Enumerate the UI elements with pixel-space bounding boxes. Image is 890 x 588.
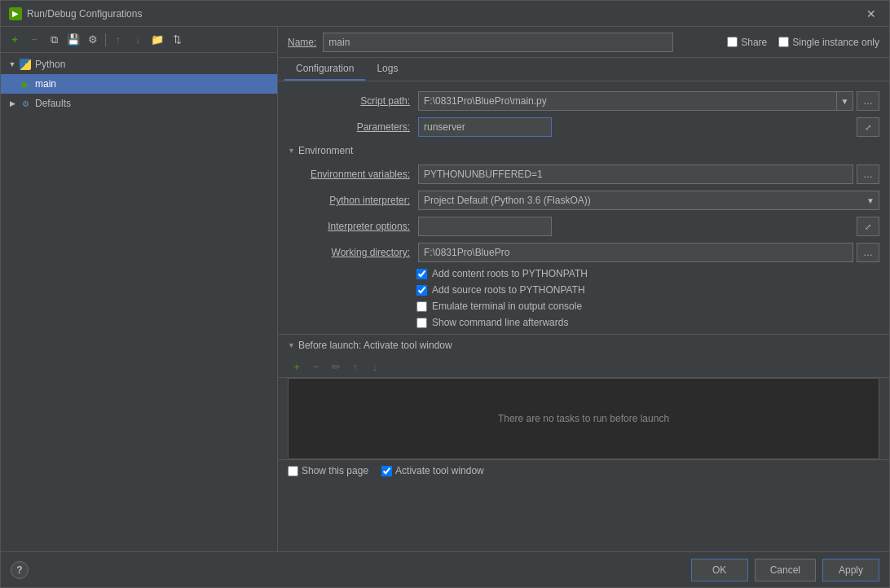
emulate-terminal-label: Emulate terminal in output console (432, 301, 582, 312)
add-content-roots-checkbox[interactable] (416, 269, 427, 279)
before-launch-header[interactable]: ▼ Before launch: Activate tool window (278, 335, 889, 356)
env-variables-row: Environment variables: … (278, 161, 889, 187)
environment-chevron-icon: ▼ (288, 147, 295, 155)
copy-config-button[interactable]: ⧉ (45, 31, 63, 49)
env-variables-input-wrap: … (418, 165, 879, 184)
interp-options-label: Interpreter options: (288, 221, 418, 232)
python-interp-label: Python interpreter: (288, 195, 418, 206)
defaults-chevron-icon: ▶ (6, 97, 19, 110)
add-config-button[interactable]: + (6, 31, 24, 49)
share-checkbox-label[interactable]: Share (727, 37, 767, 48)
dialog-icon: ▶ (9, 7, 22, 20)
parameters-textarea-wrap (418, 117, 853, 137)
python-chevron-icon: ▼ (6, 58, 19, 71)
emulate-terminal-checkbox[interactable] (416, 301, 427, 312)
parameters-input[interactable] (418, 117, 552, 137)
interp-options-expand-button[interactable]: ⤢ (857, 217, 879, 236)
main-config-node[interactable]: ▶ main (1, 74, 277, 94)
environment-section-title: Environment (298, 145, 353, 156)
script-path-browse-button[interactable]: … (857, 91, 879, 111)
folder-button[interactable]: 📁 (148, 31, 166, 49)
script-path-field-wrap: ▼ (418, 91, 853, 111)
tab-logs[interactable]: Logs (365, 58, 409, 81)
activate-window-checkbox[interactable] (381, 466, 392, 476)
show-page-label: Show this page (302, 465, 368, 476)
single-instance-checkbox[interactable] (778, 37, 789, 47)
tabs-row: Configuration Logs (278, 58, 889, 81)
sort-button[interactable]: ⇅ (168, 31, 186, 49)
python-interp-select[interactable]: Project Default (Python 3.6 (FlaskOA)) (418, 191, 879, 210)
single-instance-checkbox-label[interactable]: Single instance only (778, 37, 879, 48)
defaults-node[interactable]: ▶ ⚙ Defaults (1, 94, 277, 113)
python-interp-row: Python interpreter: Project Default (Pyt… (278, 187, 889, 213)
add-source-roots-row: Add source roots to PYTHONPATH (278, 282, 889, 298)
working-dir-browse-button[interactable]: … (857, 243, 879, 262)
activate-window-checkbox-label[interactable]: Activate tool window (381, 465, 484, 476)
launch-up-button[interactable]: ↑ (346, 358, 364, 375)
working-dir-row: Working directory: … (278, 239, 889, 265)
env-variables-input[interactable] (418, 165, 853, 184)
parameters-label: Parameters: (288, 121, 418, 133)
share-checkbox[interactable] (727, 37, 738, 47)
show-cmd-checkbox[interactable] (416, 318, 427, 328)
tab-configuration[interactable]: Configuration (284, 58, 365, 81)
add-content-roots-row: Add content roots to PYTHONPATH (278, 265, 889, 282)
launch-remove-button[interactable]: − (307, 358, 325, 375)
launch-add-button[interactable]: + (288, 358, 306, 375)
move-up-button[interactable]: ↑ (109, 31, 127, 49)
main-config-label: main (35, 78, 56, 90)
dialog-title: Run/Debug Configurations (27, 8, 142, 20)
apply-button[interactable]: Apply (822, 559, 879, 581)
show-page-checkbox[interactable] (288, 466, 298, 476)
add-content-roots-label: Add content roots to PYTHONPATH (432, 268, 588, 279)
close-button[interactable]: ✕ (861, 6, 881, 22)
main-content: + − ⧉ 💾 ⚙ ↑ ↓ 📁 ⇅ ▼ Python (1, 27, 889, 551)
launch-edit-button[interactable]: ✏ (327, 358, 345, 375)
cancel-button[interactable]: Cancel (755, 559, 816, 581)
left-toolbar: + − ⧉ 💾 ⚙ ↑ ↓ 📁 ⇅ (1, 27, 277, 53)
working-dir-input-wrap: … (418, 243, 879, 262)
config-form: Script path: ▼ … Parameters: (278, 81, 889, 551)
working-dir-input[interactable] (418, 243, 853, 262)
show-page-checkbox-label[interactable]: Show this page (288, 465, 368, 476)
share-area: Share Single instance only (727, 37, 879, 48)
python-interp-select-wrap: Project Default (Python 3.6 (FlaskOA)) ▼ (418, 191, 879, 210)
run-debug-dialog: ▶ Run/Debug Configurations ✕ + − ⧉ 💾 ⚙ ↑… (0, 0, 890, 588)
save-config-button[interactable]: 💾 (64, 31, 82, 49)
python-group-node[interactable]: ▼ Python (1, 55, 277, 74)
python-icon (19, 58, 32, 71)
right-panel: Name: Share Single instance only Configu… (278, 27, 889, 551)
parameters-expand-button[interactable]: ⤢ (857, 117, 879, 137)
move-down-button[interactable]: ↓ (129, 31, 147, 49)
share-label: Share (741, 37, 767, 48)
working-dir-label: Working directory: (288, 247, 418, 258)
parameters-row: Parameters: ⤢ (278, 114, 889, 140)
interp-options-input[interactable] (418, 217, 552, 236)
environment-section-header[interactable]: ▼ Environment (278, 140, 889, 161)
script-path-dropdown-button[interactable]: ▼ (837, 91, 853, 111)
env-variables-browse-button[interactable]: … (857, 165, 879, 184)
interp-options-row: Interpreter options: ⤢ (278, 213, 889, 239)
bottom-checkboxes: Show this page Activate tool window (278, 459, 889, 481)
defaults-label: Defaults (35, 98, 71, 109)
single-instance-label: Single instance only (792, 37, 879, 48)
ok-button[interactable]: OK (691, 559, 748, 581)
script-path-label: Script path: (288, 95, 418, 107)
config-tree: ▼ Python ▶ main ▶ ⚙ Defaults (1, 53, 277, 551)
before-launch-empty-area: There are no tasks to run before launch (288, 378, 879, 459)
show-cmd-row: Show command line afterwards (278, 314, 889, 331)
before-launch-section: ▼ Before launch: Activate tool window + … (278, 334, 889, 481)
run-icon: ▶ (19, 77, 32, 90)
script-path-input[interactable] (418, 91, 837, 111)
gear-button[interactable]: ⚙ (84, 31, 102, 49)
launch-down-button[interactable]: ↓ (366, 358, 384, 375)
parameters-input-wrap: ⤢ (418, 117, 879, 137)
before-launch-empty-text: There are no tasks to run before launch (498, 413, 669, 424)
interp-options-textarea-wrap (418, 217, 853, 236)
add-source-roots-checkbox[interactable] (416, 285, 427, 296)
name-input[interactable] (323, 33, 673, 52)
script-path-row: Script path: ▼ … (278, 88, 889, 114)
before-launch-toolbar: + − ✏ ↑ ↓ (278, 356, 889, 378)
remove-config-button[interactable]: − (25, 31, 43, 49)
help-button[interactable]: ? (11, 561, 29, 579)
